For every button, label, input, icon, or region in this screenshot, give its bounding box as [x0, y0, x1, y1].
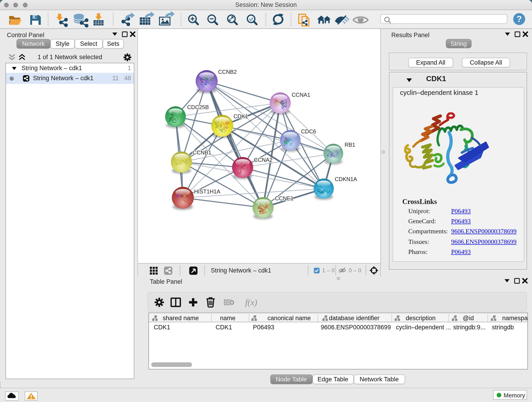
svg-text:CCNB2: CCNB2	[218, 69, 237, 75]
svg-text:cyclin–dependent ...: cyclin–dependent ...	[396, 324, 451, 331]
svg-text:1 – 0: 1 – 0	[322, 267, 335, 274]
svg-text:f(x): f(x)	[245, 297, 257, 307]
svg-text:CCNA2: CCNA2	[254, 157, 272, 163]
svg-text:CDC25B: CDC25B	[187, 104, 209, 110]
svg-text:CCNA1: CCNA1	[292, 92, 310, 98]
svg-text:CCNB1: CCNB1	[193, 149, 211, 156]
svg-text:RB1: RB1	[345, 142, 355, 148]
svg-text:?: ?	[516, 14, 522, 24]
svg-text:9606.ENSP00000378699: 9606.ENSP00000378699	[321, 324, 391, 331]
svg-text:CDK1: CDK1	[154, 324, 170, 331]
svg-text:String Network – cdk1: String Network – cdk1	[211, 267, 271, 274]
svg-text:description: description	[406, 314, 436, 321]
svg-text:CDK1: CDK1	[234, 113, 248, 119]
svg-text:@id: @id	[463, 314, 474, 321]
svg-text:namespace: namespace	[502, 314, 528, 321]
svg-text:CDKN1A: CDKN1A	[335, 176, 357, 182]
svg-text:database identifier: database identifier	[329, 314, 380, 321]
svg-text:stringdb: stringdb	[492, 324, 514, 331]
svg-text:stringdb:9...: stringdb:9...	[453, 324, 486, 331]
svg-text:CCNE1: CCNE1	[275, 195, 293, 201]
svg-text:0 – 0: 0 – 0	[349, 267, 361, 274]
svg-text:HIST1H1A: HIST1H1A	[194, 188, 220, 195]
svg-text:canonical name: canonical name	[267, 314, 311, 321]
svg-text:CDK1: CDK1	[215, 324, 232, 331]
svg-text:shared name: shared name	[163, 314, 199, 321]
svg-text:CDC6: CDC6	[301, 128, 316, 134]
svg-text:P06493: P06493	[253, 324, 274, 331]
svg-text:name: name	[220, 314, 235, 321]
